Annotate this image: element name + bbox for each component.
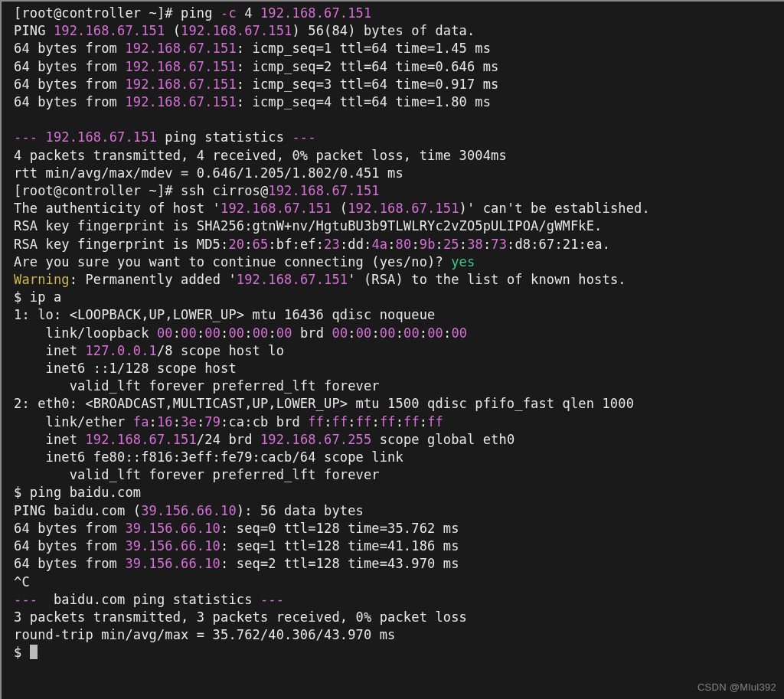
baidu-reply-2: : seq=1 ttl=128 time=41.186 ms [220,538,459,554]
ctrl-c: ^C [14,574,30,590]
ping-reply-1: : icmp_seq=1 ttl=64 time=1.45 ms [237,41,491,56]
ping-target-ip: 192.168.67.151 [260,5,371,21]
ping-option: -c [220,5,237,21]
ping-reply-3: : icmp_seq=3 ttl=64 time=0.917 ms [237,77,499,92]
baidu-stats-rtt: round-trip min/avg/max = 35.762/40.306/4… [14,627,395,642]
cirros-prompt: $ [14,645,30,660]
terminal-output[interactable]: [root@controller ~]# ping -c 4 192.168.6… [5,2,781,696]
baidu-reply-3: : seq=2 ttl=128 time=43.970 ms [220,556,459,571]
shell-prompt: [root@controller ~]# [14,5,181,21]
baidu-reply-1: : seq=0 ttl=128 time=35.762 ms [220,521,459,536]
ping-reply-4: : icmp_seq=4 ttl=64 time=1.80 ms [237,94,491,109]
cursor-icon [30,645,38,659]
baidu-stats-packets: 3 packets transmitted, 3 packets receive… [14,609,467,625]
ssh-command: [root@controller ~]# ssh cirros@ [14,183,268,198]
iface-eth0-header: 2: eth0: <BROADCAST,MULTICAST,UP,LOWER_U… [14,396,634,411]
cirros-prompt: $ [14,485,30,500]
ping-reply-2: : icmp_seq=2 ttl=64 time=0.646 ms [237,59,499,74]
cmd-ip-a: ip a [30,289,62,305]
ssh-confirm-answer: yes [451,254,475,269]
cmd-ping-baidu: ping baidu.com [30,485,141,500]
iface-lo-header: 1: lo: <LOOPBACK,UP,LOWER_UP> mtu 16436 … [14,307,435,322]
warning-label: Warning [14,272,70,287]
ssh-confirm-prompt: Are you sure you want to continue connec… [14,254,451,269]
cmd-ping: ping [181,5,220,21]
ping-stats-rtt: rtt min/avg/max/mdev = 0.646/1.205/1.802… [14,165,403,181]
cirros-prompt: $ [14,289,30,305]
rsa-sha256: RSA key fingerprint is SHA256:gtnW+nv/Hg… [14,218,602,234]
terminal-window: [root@controller ~]# ping -c 4 192.168.6… [0,0,784,699]
watermark-text: CSDN @Mlul392 [697,681,776,693]
ping-stats-packets: 4 packets transmitted, 4 received, 0% pa… [14,148,507,163]
